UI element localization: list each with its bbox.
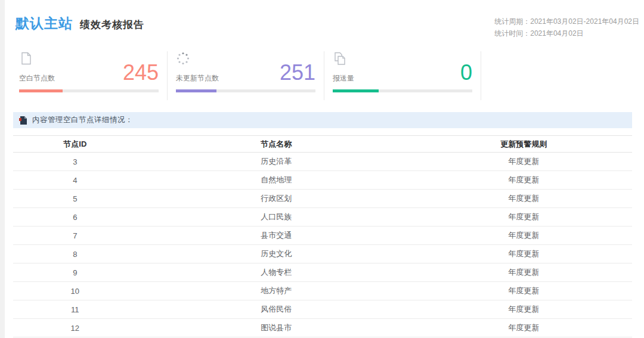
column-header-node-id: 节点ID xyxy=(13,136,137,153)
report-meta: 统计周期：2021年03月02日-2021年04月02日 统计时间：2021年0… xyxy=(494,14,639,39)
section-title: 内容管理空白节点详细情况： xyxy=(32,115,133,125)
site-name[interactable]: 默认主站 xyxy=(16,14,73,33)
node-id-cell: 4 xyxy=(13,171,137,190)
report-header-card: 默认主站 绩效考核报告 统计周期：2021年03月02日-2021年04月02日… xyxy=(5,0,644,100)
report-page: 默认主站 绩效考核报告 统计周期：2021年03月02日-2021年04月02日… xyxy=(5,0,644,337)
blank-nodes-progress-bar xyxy=(19,89,159,92)
node-name-cell: 县市交通 xyxy=(137,227,416,245)
update-rule-cell: 年度更新 xyxy=(416,227,632,245)
update-rule-cell: 年度更新 xyxy=(416,319,632,337)
update-rule-cell: 年度更新 xyxy=(416,153,632,171)
node-id-cell: 8 xyxy=(13,245,137,263)
submission-progress-bar xyxy=(333,89,472,92)
stat-value-blank-nodes: 245 xyxy=(123,62,159,83)
blank-nodes-progress-fill xyxy=(19,89,63,92)
table-row: 3 历史沿革 年度更新 xyxy=(13,153,632,171)
update-rule-cell: 年度更新 xyxy=(416,282,632,300)
node-id-cell: 7 xyxy=(13,227,137,245)
copy-documents-icon xyxy=(333,51,347,66)
blank-nodes-table: 节点ID 节点名称 更新预警规则 3 历史沿革 年度更新 4 自然地理 年度更新… xyxy=(13,135,632,337)
table-row: 6 人口民族 年度更新 xyxy=(13,208,632,227)
column-header-update-rule: 更新预警规则 xyxy=(416,136,632,153)
stat-card-submission: 报送量 0 xyxy=(324,51,481,100)
stat-time-text: 统计时间：2021年04月02日 xyxy=(494,27,639,39)
update-rule-cell: 年度更新 xyxy=(416,208,632,227)
stat-label-submission: 报送量 xyxy=(333,73,354,83)
node-name-cell: 地方特产 xyxy=(137,282,416,300)
stat-card-not-updated: 未更新节点数 251 xyxy=(168,51,324,100)
node-name-cell: 自然地理 xyxy=(137,171,416,190)
node-name-cell: 历史文化 xyxy=(137,245,416,263)
update-rule-cell: 年度更新 xyxy=(416,171,632,190)
document-icon xyxy=(19,116,27,125)
node-name-cell: 历史沿革 xyxy=(137,153,416,171)
table-row: 9 人物专栏 年度更新 xyxy=(13,263,632,282)
blank-document-icon xyxy=(19,51,33,66)
stat-value-not-updated: 251 xyxy=(280,62,315,83)
submission-progress-fill xyxy=(333,89,379,92)
node-id-cell: 6 xyxy=(13,208,137,227)
node-name-cell: 人口民族 xyxy=(137,208,416,227)
table-row: 10 地方特产 年度更新 xyxy=(13,282,632,300)
node-id-cell: 9 xyxy=(13,263,137,282)
blank-nodes-detail-card: 内容管理空白节点详细情况： 节点ID 节点名称 更新预警规则 3 历史沿革 年度… xyxy=(5,112,644,337)
stat-card-blank-nodes: 空白节点数 245 xyxy=(11,51,168,100)
table-row: 7 县市交通 年度更新 xyxy=(13,227,632,245)
table-row: 11 风俗民俗 年度更新 xyxy=(13,300,632,319)
node-name-cell: 风俗民俗 xyxy=(137,300,416,319)
table-row: 12 图说县市 年度更新 xyxy=(13,319,632,337)
update-rule-cell: 年度更新 xyxy=(416,190,632,208)
column-header-node-name: 节点名称 xyxy=(137,136,416,153)
table-header-row: 节点ID 节点名称 更新预警规则 xyxy=(13,136,632,153)
spinner-icon xyxy=(176,51,190,66)
stat-label-not-updated: 未更新节点数 xyxy=(176,73,219,83)
node-name-cell: 图说县市 xyxy=(137,319,416,337)
update-rule-cell: 年度更新 xyxy=(416,300,632,319)
not-updated-progress-bar xyxy=(176,89,315,92)
title-group: 默认主站 绩效考核报告 xyxy=(16,14,144,33)
stat-period-text: 统计周期：2021年03月02日-2021年04月02日 xyxy=(494,15,639,27)
node-id-cell: 5 xyxy=(13,190,137,208)
table-row: 5 行政区划 年度更新 xyxy=(13,190,632,208)
stat-label-blank-nodes: 空白节点数 xyxy=(19,73,55,83)
page-left-gutter xyxy=(0,0,5,338)
update-rule-cell: 年度更新 xyxy=(416,245,632,263)
table-row: 4 自然地理 年度更新 xyxy=(13,171,632,190)
table-row: 8 历史文化 年度更新 xyxy=(13,245,632,263)
node-id-cell: 10 xyxy=(13,282,137,300)
stat-card-empty xyxy=(481,51,638,100)
node-id-cell: 11 xyxy=(13,300,137,319)
report-header: 默认主站 绩效考核报告 统计周期：2021年03月02日-2021年04月02日… xyxy=(11,0,644,51)
page-title: 绩效考核报告 xyxy=(80,18,144,32)
stats-row: 空白节点数 245 xyxy=(11,51,644,100)
stat-value-submission: 0 xyxy=(460,62,472,83)
node-name-cell: 人物专栏 xyxy=(137,263,416,282)
section-header: 内容管理空白节点详细情况： xyxy=(13,112,632,128)
update-rule-cell: 年度更新 xyxy=(416,263,632,282)
node-id-cell: 3 xyxy=(13,153,137,171)
node-id-cell: 12 xyxy=(13,319,137,337)
not-updated-progress-fill xyxy=(176,89,216,92)
node-name-cell: 行政区划 xyxy=(137,190,416,208)
